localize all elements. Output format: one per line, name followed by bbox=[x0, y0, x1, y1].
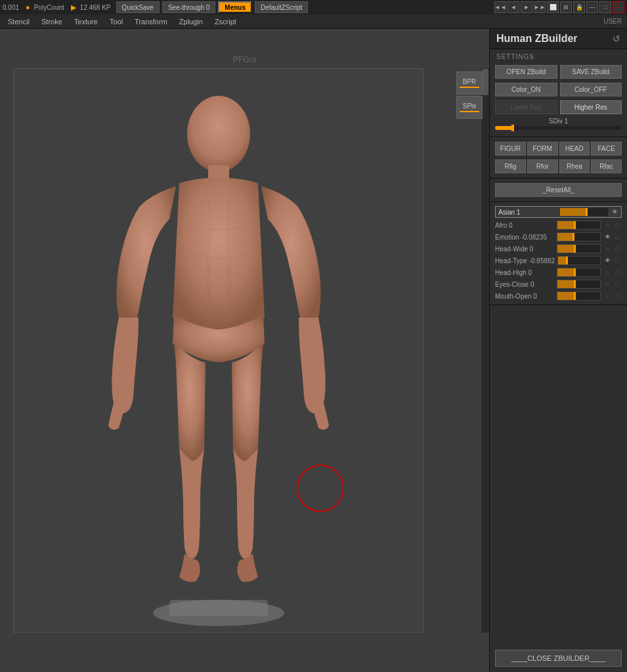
close-zbuilder-button[interactable]: ____CLOSE ZBUILDER____ bbox=[495, 650, 622, 667]
menu-texture[interactable]: Texture bbox=[69, 16, 103, 27]
morph-fill-headhigh bbox=[557, 268, 574, 276]
morph-slider-headhigh[interactable] bbox=[557, 268, 601, 277]
morph-eye-headhigh[interactable]: ○ bbox=[603, 269, 611, 276]
divider-2 bbox=[490, 178, 627, 178]
head-button[interactable]: HEAD bbox=[559, 142, 590, 156]
higher-res-button[interactable]: Higher Res bbox=[560, 100, 622, 114]
morph-row-asian: Asian 1 👁 bbox=[490, 205, 627, 219]
morph-eye-headwide[interactable]: ○ bbox=[603, 245, 611, 252]
morph-fill-afro bbox=[557, 221, 574, 229]
form-button[interactable]: FORM bbox=[527, 142, 558, 156]
rfor-button[interactable]: Rfor bbox=[527, 159, 558, 173]
morphs-container: Asian 1 👁 Afro 0 ○ ◌ bbox=[490, 205, 627, 302]
polycount-label: PolyCount bbox=[34, 4, 64, 11]
maximize-icon[interactable]: □ bbox=[599, 1, 611, 13]
figur-button[interactable]: FIGUR bbox=[495, 142, 526, 156]
divider-1 bbox=[490, 136, 627, 137]
morph-extra-emotion[interactable]: ◌ bbox=[614, 234, 622, 240]
viewport[interactable]: PFGra bbox=[0, 29, 489, 672]
face-button[interactable]: FACE bbox=[591, 142, 622, 156]
morph-thumb-headtype bbox=[566, 257, 568, 264]
divider-4 bbox=[490, 304, 627, 305]
color-on-button[interactable]: Color_ON bbox=[495, 83, 557, 96]
morph-eye-headtype[interactable]: 👁 bbox=[603, 257, 611, 264]
menu-stroke[interactable]: Stroke bbox=[36, 16, 68, 27]
viewport-tools: BPR SPix bbox=[456, 72, 483, 119]
menu-stencil[interactable]: Stencil bbox=[3, 16, 35, 27]
morph-row-headhigh: Head-High 0 ○ ◌ bbox=[490, 266, 627, 278]
morph-extra-headhigh[interactable]: ◌ bbox=[614, 269, 622, 276]
refresh-icon[interactable]: ↺ bbox=[613, 33, 620, 44]
morph-extra-afro[interactable]: ◌ bbox=[614, 222, 622, 228]
polycount-arrow: ▶ bbox=[71, 3, 76, 12]
morph-label-headhigh: Head-High 0 bbox=[495, 269, 554, 276]
morph-slider-headtype[interactable] bbox=[557, 256, 601, 265]
menu-zplugin[interactable]: Zplugin bbox=[174, 16, 208, 27]
nav-prev-icon[interactable]: ◄ bbox=[508, 1, 519, 13]
sdiv-container: SDiv 1 bbox=[490, 116, 627, 134]
rfig-button[interactable]: Rfig bbox=[495, 159, 526, 173]
camera-icon[interactable]: ⬜ bbox=[547, 1, 559, 13]
reset-all-button[interactable]: _ResetAll_ bbox=[495, 183, 622, 197]
morph-slider-afro[interactable] bbox=[557, 220, 601, 230]
morph-label-eyesclose: Eyes-Close 0 bbox=[495, 281, 554, 288]
lower-res-button[interactable]: Lower Res bbox=[495, 100, 557, 114]
right-panel: Human ZBuilder ↺ SETTINGS OPEN ZBuild SA… bbox=[489, 29, 627, 672]
morph-extra-eyesclose[interactable]: ◌ bbox=[614, 281, 622, 287]
morph-extra-headtype[interactable]: ◌ bbox=[614, 257, 622, 264]
res-row: Lower Res Higher Res bbox=[490, 98, 627, 116]
grid-icon[interactable]: ⊞ bbox=[560, 1, 572, 13]
sdiv-slider[interactable] bbox=[495, 126, 622, 130]
morph-slider-emotion[interactable] bbox=[557, 232, 601, 242]
lock-icon[interactable]: 🔒 bbox=[573, 1, 585, 13]
save-zbuild-button[interactable]: SAVE ZBuild bbox=[560, 65, 622, 79]
viewport-scrollbar[interactable] bbox=[481, 68, 489, 633]
menubar: Stencil Stroke Texture Tool Transform Zp… bbox=[0, 14, 627, 29]
morph-slider-eyesclose[interactable] bbox=[557, 280, 601, 289]
scroll-thumb[interactable] bbox=[482, 69, 488, 95]
menu-transform[interactable]: Transform bbox=[129, 16, 173, 27]
rhea-button[interactable]: Rhea bbox=[559, 159, 590, 173]
open-zbuild-button[interactable]: OPEN ZBuild bbox=[495, 65, 557, 79]
viewport-label: PFGra bbox=[233, 55, 256, 64]
morph-fill-mouthopen bbox=[557, 292, 574, 300]
nav-last-icon[interactable]: ►► bbox=[534, 1, 546, 13]
morph-fill-asian bbox=[560, 208, 586, 216]
nav-first-icon[interactable]: ◄◄ bbox=[494, 1, 506, 13]
morph-fill-eyesclose bbox=[557, 280, 574, 288]
morph-thumb-asian bbox=[586, 208, 588, 216]
minimize-icon[interactable]: — bbox=[586, 1, 598, 13]
menu-tool[interactable]: Tool bbox=[104, 16, 128, 27]
nav-next-icon[interactable]: ► bbox=[521, 1, 532, 13]
sdiv-label: SDiv 1 bbox=[495, 117, 622, 125]
color-off-button[interactable]: Color_OFF bbox=[560, 83, 622, 96]
open-save-row: OPEN ZBuild SAVE ZBuild bbox=[490, 63, 627, 81]
seethrough-button[interactable]: See-through 0 bbox=[162, 1, 215, 13]
svg-point-2 bbox=[187, 96, 250, 172]
menu-zscript[interactable]: Zscript bbox=[209, 16, 242, 27]
morph-row-afro: Afro 0 ○ ◌ bbox=[490, 219, 627, 231]
morph-slider-mouthopen[interactable] bbox=[557, 291, 601, 301]
bpr-button[interactable]: BPR bbox=[456, 72, 483, 94]
spix-button[interactable]: SPix bbox=[456, 96, 483, 119]
morph-extra-mouthopen[interactable]: ◌ bbox=[614, 293, 622, 299]
rfac-button[interactable]: Rfac bbox=[591, 159, 622, 173]
figure-area bbox=[14, 69, 423, 632]
morph-label-headwide: Head-Wide 0 bbox=[495, 245, 554, 253]
morph-eye-asian[interactable]: 👁 bbox=[611, 209, 618, 215]
quicksave-button[interactable]: QuickSave bbox=[116, 1, 160, 13]
morph-row-headwide: Head-Wide 0 ○ ◌ bbox=[490, 243, 627, 255]
viewport-canvas[interactable] bbox=[13, 68, 423, 633]
morph-eye-afro[interactable]: ○ bbox=[603, 222, 611, 228]
morph-extra-headwide[interactable]: ◌ bbox=[614, 245, 622, 252]
morph-slider-headwide[interactable] bbox=[557, 244, 601, 253]
menus-button[interactable]: Menus bbox=[218, 1, 252, 13]
defaultzscript-button[interactable]: DefaultZScript bbox=[255, 1, 308, 13]
morph-eye-eyesclose[interactable]: ○ bbox=[603, 281, 611, 287]
close-window-icon[interactable]: ✕ bbox=[613, 1, 624, 13]
morph-eye-emotion[interactable]: 👁 bbox=[603, 234, 611, 240]
morph-eye-mouthopen[interactable]: ○ bbox=[603, 293, 611, 299]
morph-row-headtype: Head-Type -0.85882 👁 ◌ bbox=[490, 255, 627, 266]
human-figure-svg bbox=[48, 68, 389, 633]
figur-form-row: FIGUR FORM HEAD FACE bbox=[490, 140, 627, 158]
